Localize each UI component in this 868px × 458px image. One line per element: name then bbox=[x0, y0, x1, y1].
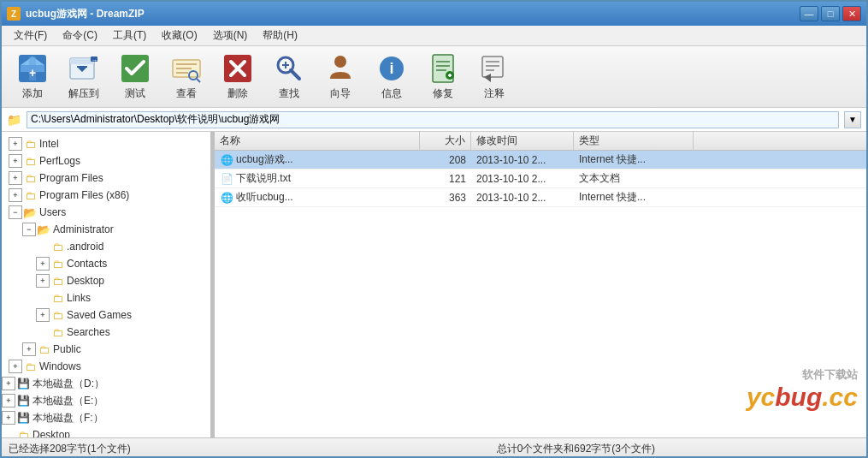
tree-item-program-files-x86[interactable]: + 🗀 Program Files (x86) bbox=[2, 187, 210, 204]
tree-label: Program Files (x86) bbox=[39, 189, 129, 201]
tree-item-program-files[interactable]: + 🗀 Program Files bbox=[2, 170, 210, 187]
tree-item-public[interactable]: + 🗀 Public bbox=[2, 341, 210, 358]
svg-text:i: i bbox=[389, 60, 393, 77]
file-name: 🌐 收听ucbug... bbox=[215, 190, 420, 205]
test-label: 测试 bbox=[125, 86, 145, 101]
expand-icon[interactable]: + bbox=[9, 137, 22, 151]
svg-text:→: → bbox=[91, 57, 97, 64]
toolbar-find-button[interactable]: 查找 bbox=[265, 51, 313, 104]
logo-cc: .cc bbox=[822, 383, 858, 411]
menu-bar: 文件(F) 命令(C) 工具(T) 收藏(O) 选项(N) 帮助(H) bbox=[2, 26, 866, 46]
expand-icon[interactable]: + bbox=[2, 394, 15, 407]
tree-item-drive-e[interactable]: + 💾 本地磁盘（E:） bbox=[2, 392, 210, 409]
tree-item-android[interactable]: 🗀 .android bbox=[2, 238, 210, 255]
file-list-panel: 名称 大小 修改时间 类型 🌐 ucbug游戏... 208 2013-10-1… bbox=[215, 132, 866, 437]
expand-icon[interactable]: + bbox=[2, 377, 15, 390]
menu-help[interactable]: 帮助(H) bbox=[256, 27, 304, 45]
expand-icon[interactable]: + bbox=[36, 308, 50, 322]
col-header-type[interactable]: 类型 bbox=[574, 132, 694, 150]
toolbar-add-button[interactable]: + 添加 bbox=[9, 51, 56, 104]
menu-options[interactable]: 选项(N) bbox=[206, 27, 255, 45]
toolbar: + 添加 → 解压到 测试 bbox=[2, 46, 866, 108]
col-header-size[interactable]: 大小 bbox=[420, 132, 471, 150]
svg-line-22 bbox=[291, 70, 299, 79]
folder-icon: 🗀 bbox=[50, 291, 64, 305]
address-dropdown[interactable]: ▼ bbox=[844, 111, 861, 128]
expand-icon bbox=[36, 325, 50, 339]
table-row[interactable]: 🌐 收听ucbug... 363 2013-10-10 2... Interne… bbox=[215, 188, 866, 207]
toolbar-wizard-button[interactable]: 向导 bbox=[316, 51, 364, 104]
expand-icon[interactable]: + bbox=[2, 411, 15, 425]
tree-label: Windows bbox=[39, 360, 81, 372]
expand-icon[interactable]: + bbox=[9, 154, 22, 168]
menu-command[interactable]: 命令(C) bbox=[56, 27, 104, 45]
tree-item-users[interactable]: − 📂 Users bbox=[2, 204, 210, 221]
menu-tools[interactable]: 工具(T) bbox=[106, 27, 153, 45]
tree-label: Users bbox=[39, 206, 66, 218]
expand-icon[interactable]: − bbox=[22, 223, 36, 236]
view-icon bbox=[171, 53, 202, 84]
close-button[interactable]: ✕ bbox=[842, 6, 861, 21]
tree-item-drive-d[interactable]: + 💾 本地磁盘（D:） bbox=[2, 375, 210, 392]
folder-open-icon: 📂 bbox=[23, 205, 37, 219]
tree-item-drive-f[interactable]: + 💾 本地磁盘（F:） bbox=[2, 409, 210, 426]
expand-icon[interactable]: + bbox=[36, 257, 50, 271]
file-icon: 🌐 bbox=[220, 191, 233, 205]
minimize-button[interactable]: — bbox=[800, 6, 818, 21]
logo-area: 软件下载站 ycbug.cc bbox=[747, 367, 858, 412]
file-date: 2013-10-10 2... bbox=[471, 192, 574, 204]
tree-item-administrator[interactable]: − 📂 Administrator bbox=[2, 221, 210, 238]
folder-icon: 🗀 bbox=[50, 240, 64, 253]
toolbar-info-button[interactable]: i 信息 bbox=[368, 51, 416, 104]
address-icon: 📁 bbox=[7, 113, 21, 127]
toolbar-repair-button[interactable]: 修复 bbox=[419, 51, 467, 104]
window-title: ucbug游戏网 - DreamZIP bbox=[26, 7, 145, 21]
toolbar-view-button[interactable]: 查看 bbox=[162, 51, 210, 104]
logo-bug: bug bbox=[775, 383, 822, 411]
wizard-icon bbox=[325, 53, 356, 84]
tree-item-desktop2[interactable]: 🗀 Desktop bbox=[2, 426, 210, 437]
table-row[interactable]: 📄 下载说明.txt 121 2013-10-10 2... 文本文档 bbox=[215, 170, 866, 188]
address-bar: 📁 ▼ bbox=[2, 108, 866, 132]
toolbar-comment-button[interactable]: 注释 bbox=[470, 51, 518, 104]
folder-icon: 🗀 bbox=[23, 171, 37, 185]
maximize-button[interactable]: □ bbox=[821, 6, 840, 21]
folder-icon: 🗀 bbox=[37, 342, 50, 356]
status-total: 总计0个文件夹和692字节(3个文件) bbox=[292, 442, 859, 456]
file-date: 2013-10-10 2... bbox=[471, 154, 574, 166]
menu-file[interactable]: 文件(F) bbox=[7, 27, 54, 45]
toolbar-extract-button[interactable]: → 解压到 bbox=[60, 51, 108, 104]
tree-label: Links bbox=[67, 292, 91, 304]
col-header-name[interactable]: 名称 bbox=[215, 132, 420, 150]
expand-icon[interactable]: + bbox=[9, 360, 22, 373]
toolbar-test-button[interactable]: 测试 bbox=[111, 51, 159, 104]
folder-open-icon: 📂 bbox=[37, 223, 50, 236]
expand-icon[interactable]: + bbox=[9, 171, 22, 185]
menu-favorites[interactable]: 收藏(O) bbox=[155, 27, 204, 45]
col-header-date[interactable]: 修改时间 bbox=[471, 132, 574, 150]
tree-item-searches[interactable]: 🗀 Searches bbox=[2, 324, 210, 341]
expand-icon[interactable]: + bbox=[22, 342, 36, 356]
delete-label: 删除 bbox=[227, 86, 248, 101]
address-input[interactable] bbox=[27, 111, 839, 128]
tree-label: PerfLogs bbox=[39, 155, 80, 167]
tree-item-links[interactable]: 🗀 Links bbox=[2, 289, 210, 306]
folder-icon: 🗀 bbox=[23, 137, 37, 151]
expand-icon bbox=[36, 291, 50, 305]
toolbar-delete-button[interactable]: 删除 bbox=[214, 51, 262, 104]
tree-item-desktop[interactable]: + 🗀 Desktop bbox=[2, 272, 210, 289]
expand-icon[interactable]: − bbox=[9, 205, 22, 219]
table-row[interactable]: 🌐 ucbug游戏... 208 2013-10-10 2... Interne… bbox=[215, 151, 866, 170]
tree-label: Saved Games bbox=[67, 309, 132, 321]
expand-icon[interactable]: + bbox=[9, 188, 22, 202]
tree-label: Desktop bbox=[67, 275, 104, 287]
tree-item-perflogs[interactable]: + 🗀 PerfLogs bbox=[2, 152, 210, 170]
tree-item-windows[interactable]: + 🗀 Windows bbox=[2, 358, 210, 375]
title-text: Z ucbug游戏网 - DreamZIP bbox=[7, 7, 145, 21]
drive-icon: 💾 bbox=[16, 394, 30, 407]
tree-item-saved-games[interactable]: + 🗀 Saved Games bbox=[2, 306, 210, 324]
file-list: 名称 大小 修改时间 类型 🌐 ucbug游戏... 208 2013-10-1… bbox=[215, 132, 866, 207]
expand-icon[interactable]: + bbox=[36, 274, 50, 288]
tree-item-contacts[interactable]: + 🗀 Contacts bbox=[2, 255, 210, 272]
tree-item-intel[interactable]: + 🗀 Intel bbox=[2, 135, 210, 152]
